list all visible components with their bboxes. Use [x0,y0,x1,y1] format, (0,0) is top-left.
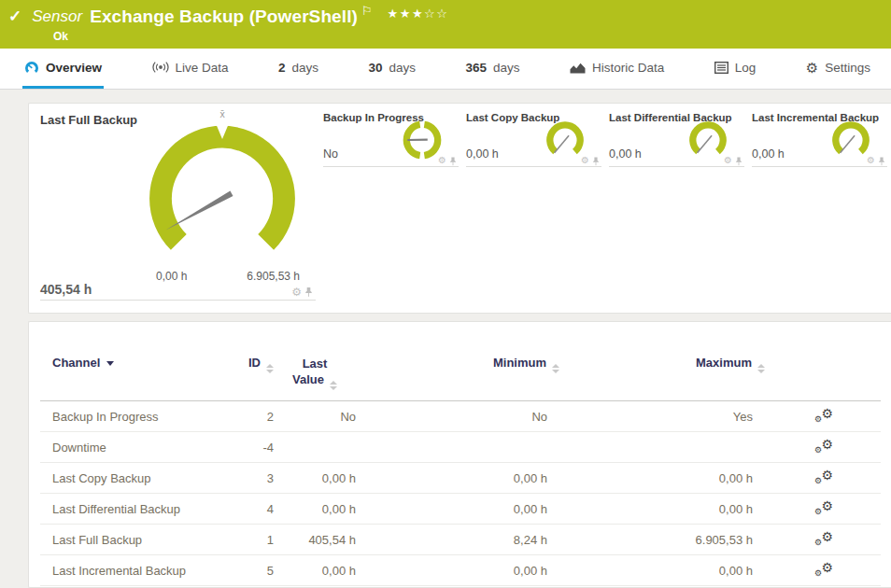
channel-maximum [561,432,767,463]
channel-name[interactable]: Last Differential Backup [40,494,227,525]
channel-maximum: 0,00 h [561,494,767,525]
gauge-current-value: 0,00 h [609,147,642,161]
table-row: Last Copy Backup 3 0,00 h 0,00 h 0,00 h … [40,463,881,494]
gear-icon: ⚙ [806,61,818,75]
gauge-icon [24,60,39,75]
gauge-needle [165,191,233,231]
divider [466,166,601,167]
column-header-actions [767,356,881,401]
channel-name[interactable]: Backup In Progress [40,401,227,432]
channel-settings-icon[interactable]: ⚙⚙ [814,469,833,485]
sensor-header: ✓ Sensor Exchange Backup (PowerShell) ⚐ … [0,0,891,49]
gear-icon[interactable]: ⚙ [724,155,732,166]
channel-last-value: 405,54 h [274,525,356,555]
column-header-minimum[interactable]: Minimum [356,356,561,401]
gauge-scale-min: 0,00 h [156,270,187,283]
tab-log[interactable]: Log [713,49,758,89]
object-kind-label: Sensor [32,7,82,27]
gauge-scale-max: 6.905,53 h [247,270,300,283]
primary-gauge-last-full-backup: Last Full Backup x̄ 0,00 h 6.905,53 h 40… [29,104,318,313]
column-header-channel[interactable]: Channel [40,356,227,401]
priority-stars[interactable]: ★★★☆☆ [388,7,449,21]
channel-last-value: No [274,401,356,432]
gear-icon[interactable]: ⚙ [867,155,875,166]
sensor-status-text: Ok [53,30,882,43]
channel-id: 5 [227,555,274,586]
channel-name[interactable]: Last Full Backup [40,525,227,555]
gauge-tools: ⚙ [867,155,885,166]
channel-settings-icon[interactable]: ⚙⚙ [814,499,833,516]
sensor-title: Exchange Backup (PowerShell) [90,7,358,27]
divider [323,166,459,167]
table-row: Backup In Progress 2 No No Yes ⚙⚙ [40,401,881,432]
channel-id: -4 [227,432,274,463]
channel-minimum: 0,00 h [356,555,561,586]
gear-icon[interactable]: ⚙ [438,155,446,166]
channel-id: 3 [227,463,274,494]
sort-icon [757,364,765,373]
column-header-maximum[interactable]: Maximum [561,356,767,401]
channel-last-value: 0,00 h [274,494,356,525]
channel-name[interactable]: Last Copy Backup [40,463,227,494]
channel-settings-icon[interactable]: ⚙⚙ [814,530,833,547]
sort-icon [330,381,337,390]
gauge-current-value: No [323,147,338,161]
channel-settings-icon[interactable]: ⚙⚙ [814,407,833,424]
tab-bar: Overview Live Data 2 days 30 days 365 da… [0,49,891,90]
channel-settings-icon[interactable]: ⚙⚙ [814,438,833,455]
channel-id: 2 [227,401,274,432]
channel-minimum: No [356,401,561,432]
channel-maximum: 6.905,53 h [561,525,767,555]
pin-icon[interactable] [304,287,313,298]
pin-icon[interactable] [449,157,457,166]
gear-icon[interactable]: ⚙ [581,155,589,166]
tab-30-days[interactable]: 30 days [367,49,418,89]
tab-historic-data[interactable]: Historic Data [568,49,666,89]
broadcast-icon [152,61,169,74]
channel-last-value: 0,00 h [274,555,356,586]
overview-content: Last Full Backup x̄ 0,00 h 6.905,53 h 40… [0,90,891,588]
channel-id: 4 [227,494,274,525]
table-row: Last Differential Backup 4 0,00 h 0,00 h… [40,494,881,525]
gauge-current-value: 0,00 h [466,147,499,161]
tab-365-days[interactable]: 365 days [464,49,522,89]
column-header-id[interactable]: ID [227,356,274,401]
channel-minimum [356,432,561,463]
pin-icon[interactable] [735,157,742,166]
priority-flag-icon[interactable]: ⚐ [361,5,373,18]
log-icon [714,62,728,74]
tab-live-data[interactable]: Live Data [150,49,231,89]
column-header-last-value[interactable]: Last Value [274,356,356,401]
gauge-current-value: 0,00 h [752,147,785,161]
channel-last-value [274,432,356,463]
tab-2-days[interactable]: 2 days [276,49,320,89]
divider [609,166,744,167]
tab-overview[interactable]: Overview [22,49,104,89]
gauge-title: Last Full Backup [40,113,137,127]
divider [752,166,887,167]
average-marker: x̄ [219,109,225,119]
table-row: Last Full Backup 1 405,54 h 8,24 h 6.905… [40,525,881,555]
status-ok-check-icon: ✓ [8,7,21,27]
channel-settings-icon[interactable]: ⚙⚙ [814,561,833,578]
divider [40,300,316,301]
gear-icon[interactable]: ⚙ [291,287,302,298]
channel-minimum: 8,24 h [356,525,561,555]
channel-name[interactable]: Last Incremental Backup [40,555,227,586]
channel-minimum: 0,00 h [356,494,561,525]
table-row: Downtime -4 ⚙⚙ [40,432,881,463]
sort-icon [266,364,274,373]
tab-settings[interactable]: ⚙ Settings [804,49,872,89]
channel-maximum: 0,00 h [561,463,767,494]
area-chart-icon [570,62,586,74]
channel-name[interactable]: Downtime [40,432,227,463]
sort-desc-icon [106,361,114,366]
table-row: Last Incremental Backup 5 0,00 h 0,00 h … [40,555,881,586]
channel-maximum: 0,00 h [561,555,767,586]
pin-icon[interactable] [878,157,885,166]
gauge-last-copy-backup: Last Copy Backup 0,00 h ⚙ [466,104,609,178]
gauge-last-differential-backup: Last Differential Backup 0,00 h ⚙ [609,104,752,178]
pin-icon[interactable] [592,157,600,166]
gauge-needle [698,135,712,152]
gauge-dial: x̄ [134,105,311,283]
